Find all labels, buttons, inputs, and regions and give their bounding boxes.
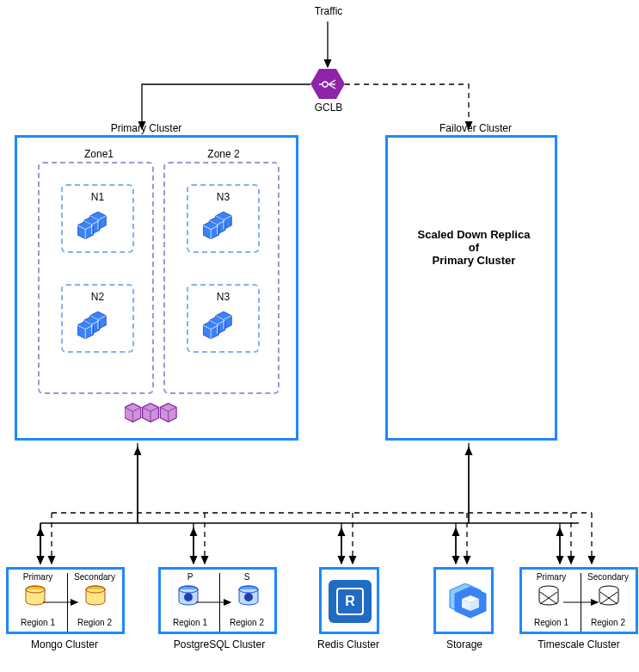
redis-label: Redis Cluster <box>310 638 387 650</box>
failover-body: Scaled Down Replica of Primary Cluster <box>401 228 547 267</box>
db-icon <box>598 585 620 611</box>
node-n3b-label: N3 <box>188 291 258 303</box>
zone1-box: N1 <box>38 162 154 394</box>
zone1-title: Zone1 <box>73 148 125 160</box>
failover-line2: of <box>469 241 479 254</box>
redis-icon: R <box>329 580 372 623</box>
node-n1: N1 <box>61 184 134 253</box>
failover-cluster-box: Scaled Down Replica of Primary Cluster <box>385 135 557 441</box>
storage-box <box>433 567 494 634</box>
lb-icon <box>317 77 338 91</box>
pg-r2: Region 2 <box>221 618 273 627</box>
svg-line-34 <box>329 80 335 84</box>
pg-p-label: P <box>164 572 216 582</box>
mongo-r1: Region 1 <box>12 618 64 627</box>
mongo-label: Mongo Cluster <box>22 638 108 650</box>
control-plane-cubes <box>125 401 178 428</box>
failover-line1: Scaled Down Replica <box>418 228 531 241</box>
postgres-box: P S Region 1 Region 2 <box>158 567 277 634</box>
node-n2: N2 <box>61 284 134 353</box>
svg-point-77 <box>244 593 253 601</box>
pg-r1: Region 1 <box>164 618 216 627</box>
timescale-label: Timescale Cluster <box>531 638 626 650</box>
primary-cluster-title: Primary Cluster <box>99 122 194 134</box>
diagram-canvas: Traffic GCLB Primary Cluster Zone1 N1 <box>0 0 639 672</box>
db-icon <box>538 585 560 611</box>
storage-icon <box>445 583 488 620</box>
svg-point-33 <box>323 82 328 87</box>
hexagon-icon <box>310 69 345 99</box>
cubes-icon <box>188 208 258 241</box>
postgres-icon <box>176 584 200 612</box>
cubes-icon <box>188 308 258 341</box>
node-n3a-label: N3 <box>188 191 258 203</box>
node-n3a: N3 <box>187 184 260 253</box>
postgres-icon <box>237 584 261 612</box>
ts-primary-label: Primary <box>525 572 577 582</box>
storage-label: Storage <box>439 638 490 650</box>
failover-line3: Primary Cluster <box>433 254 516 267</box>
cubes-icon <box>63 308 132 341</box>
db-icon <box>24 585 46 611</box>
mongo-box: Primary Secondary Region 1 Region 2 <box>6 567 125 634</box>
traffic-label: Traffic <box>311 5 346 17</box>
zone2-title: Zone 2 <box>198 148 249 160</box>
mongo-secondary-label: Secondary <box>69 572 120 582</box>
mongo-r2: Region 2 <box>69 618 120 627</box>
ts-r2: Region 2 <box>582 618 634 627</box>
redis-letter: R <box>336 588 364 615</box>
svg-line-36 <box>329 84 335 89</box>
separator <box>581 573 581 632</box>
gclb-node <box>310 69 345 99</box>
separator <box>67 573 68 632</box>
node-n2-label: N2 <box>63 291 132 303</box>
ts-secondary-label: Secondary <box>582 572 634 582</box>
primary-cluster-box: Zone1 N1 <box>15 135 298 441</box>
redis-box: R <box>319 567 379 634</box>
postgres-label: PostgreSQL Cluster <box>172 638 267 650</box>
cubes-icon <box>63 208 132 241</box>
gclb-label: GCLB <box>311 102 346 114</box>
timescale-box: Primary Secondary Region 1 Region 2 <box>519 567 638 634</box>
mongo-primary-label: Primary <box>12 572 64 582</box>
node-n1-label: N1 <box>63 191 132 203</box>
separator <box>219 573 220 632</box>
node-n3b: N3 <box>187 284 260 353</box>
failover-cluster-title: Failover Cluster <box>428 122 523 134</box>
svg-point-74 <box>184 593 193 601</box>
zone2-box: N3 <box>163 162 280 394</box>
ts-r1: Region 1 <box>525 618 577 627</box>
db-icon <box>84 585 107 611</box>
pg-s-label: S <box>221 572 273 582</box>
